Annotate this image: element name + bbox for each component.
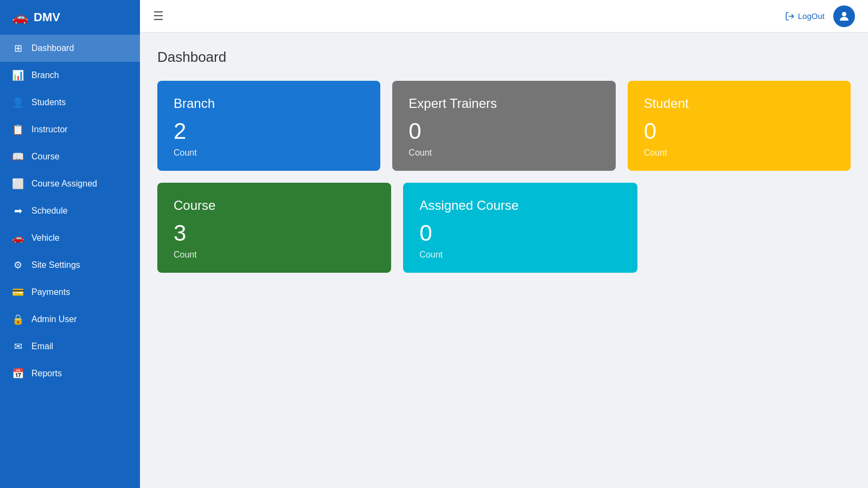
sidebar-item-label: Site Settings [31, 260, 80, 270]
course-assigned-icon: ⬜ [12, 178, 24, 190]
sidebar: 🚗 DMV ⊞ Dashboard 📊 Branch 👤 Students 📋 … [0, 0, 140, 488]
sidebar-item-reports[interactable]: 📅 Reports [0, 360, 140, 387]
sidebar-item-label: Dashboard [31, 43, 74, 53]
main-area: ☰ LogOut Dashboard [140, 0, 868, 488]
email-icon: ✉ [12, 341, 24, 352]
sidebar-item-label: Course Assigned [31, 179, 97, 189]
sidebar-item-label: Vehicle [31, 233, 60, 243]
sidebar-item-students[interactable]: 👤 Students [0, 89, 140, 116]
card-expert-trainers-label: Count [409, 148, 599, 158]
sidebar-item-vehicle[interactable]: 🚗 Vehicle [0, 224, 140, 252]
sidebar-item-label: Reports [31, 369, 62, 378]
card-branch-count: 2 [174, 120, 364, 143]
card-student-title: Student [644, 96, 834, 111]
sidebar-item-label: Email [31, 342, 53, 351]
card-assigned-course-label: Count [419, 250, 621, 260]
card-assigned-course-title: Assigned Course [419, 198, 621, 213]
card-student: Student 0 Count [628, 81, 851, 171]
card-branch-label: Count [174, 148, 364, 158]
sidebar-item-label: Schedule [31, 206, 68, 216]
sidebar-item-course[interactable]: 📖 Course [0, 143, 140, 170]
sidebar-item-instructor[interactable]: 📋 Instructor [0, 116, 140, 143]
header-left: ☰ [153, 9, 164, 23]
course-icon: 📖 [12, 151, 24, 163]
card-branch-title: Branch [174, 96, 364, 111]
page-title: Dashboard [157, 49, 851, 66]
hamburger-button[interactable]: ☰ [153, 9, 164, 23]
card-course-title: Course [174, 198, 375, 213]
avatar-icon [838, 10, 851, 23]
card-empty-placeholder [649, 183, 851, 273]
sidebar-item-branch[interactable]: 📊 Branch [0, 62, 140, 89]
header-right: LogOut [785, 5, 855, 27]
sidebar-item-label: Course [31, 152, 60, 162]
instructor-icon: 📋 [12, 124, 24, 136]
card-assigned-course: Assigned Course 0 Count [403, 183, 637, 273]
sidebar-item-payments[interactable]: 💳 Payments [0, 279, 140, 306]
sidebar-item-label: Branch [31, 70, 59, 80]
sidebar-item-schedule[interactable]: ➡ Schedule [0, 197, 140, 224]
card-branch: Branch 2 Count [157, 81, 380, 171]
car-icon: 🚗 [12, 10, 28, 25]
app-name: DMV [34, 10, 60, 24]
dashboard-icon: ⊞ [12, 42, 24, 54]
svg-point-1 [842, 12, 846, 16]
card-expert-trainers: Expert Trainers 0 Count [392, 81, 615, 171]
card-assigned-course-count: 0 [419, 222, 621, 245]
cards-row-2: Course 3 Count Assigned Course 0 Count [157, 183, 851, 273]
sidebar-item-site-settings[interactable]: ⚙ Site Settings [0, 252, 140, 279]
sidebar-item-label: Admin User [31, 314, 77, 324]
branch-icon: 📊 [12, 69, 24, 81]
logout-icon [785, 11, 795, 21]
logout-button[interactable]: LogOut [785, 11, 825, 21]
sidebar-item-admin-user[interactable]: 🔒 Admin User [0, 306, 140, 333]
card-expert-trainers-title: Expert Trainers [409, 96, 599, 111]
logout-label: LogOut [798, 11, 825, 21]
card-expert-trainers-count: 0 [409, 120, 599, 143]
user-avatar[interactable] [833, 5, 855, 27]
admin-icon: 🔒 [12, 313, 24, 325]
sidebar-item-email[interactable]: ✉ Email [0, 333, 140, 360]
payments-icon: 💳 [12, 286, 24, 298]
card-student-label: Count [644, 148, 834, 158]
card-course-label: Count [174, 250, 375, 260]
app-logo: 🚗 DMV [0, 0, 140, 35]
header: ☰ LogOut [140, 0, 868, 33]
sidebar-item-label: Instructor [31, 125, 68, 134]
card-course: Course 3 Count [157, 183, 391, 273]
sidebar-item-label: Students [31, 98, 66, 107]
cards-row-1: Branch 2 Count Expert Trainers 0 Count S… [157, 81, 851, 171]
students-icon: 👤 [12, 97, 24, 108]
sidebar-item-dashboard[interactable]: ⊞ Dashboard [0, 35, 140, 62]
vehicle-icon: 🚗 [12, 232, 24, 244]
sidebar-item-course-assigned[interactable]: ⬜ Course Assigned [0, 170, 140, 197]
settings-icon: ⚙ [12, 259, 24, 271]
card-student-count: 0 [644, 120, 834, 143]
schedule-icon: ➡ [12, 205, 24, 217]
content-area: Dashboard Branch 2 Count Expert Trainers… [140, 33, 868, 488]
reports-icon: 📅 [12, 368, 24, 380]
card-course-count: 3 [174, 222, 375, 245]
sidebar-item-label: Payments [31, 287, 70, 297]
